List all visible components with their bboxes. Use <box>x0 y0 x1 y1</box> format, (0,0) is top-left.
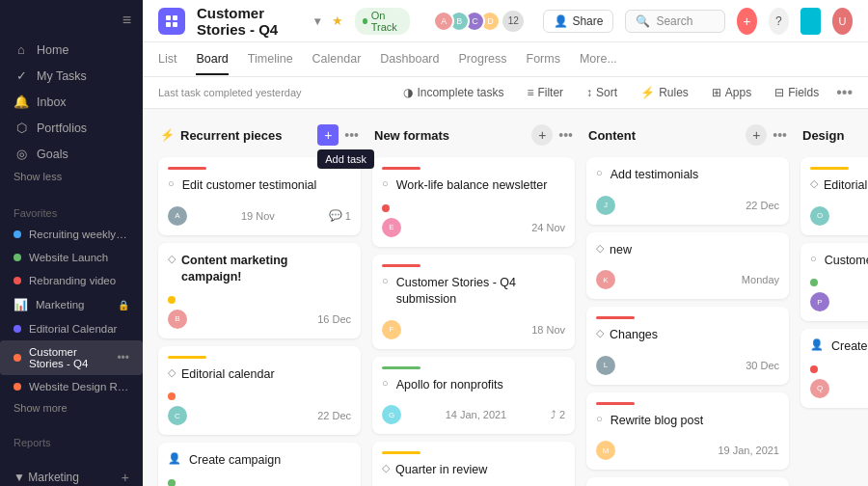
task-card[interactable]: ◇ Content marketing campaign! B 16 Dec <box>158 243 361 338</box>
diamond-icon: ◇ <box>168 253 176 265</box>
fields-button[interactable]: ⊟ Fields <box>769 83 825 102</box>
rules-button[interactable]: ⚡ Rules <box>635 83 694 102</box>
portfolio-icon: ⬡ <box>14 121 29 135</box>
reports-label: Reports <box>0 429 143 452</box>
card-avatar: L <box>596 356 615 375</box>
card-title: Create new infographic <box>831 338 868 356</box>
sidebar-item-customer-stories[interactable]: Customer Stories - Q4 ••• <box>0 340 143 375</box>
rules-label: Rules <box>659 86 689 99</box>
tag-dot <box>168 392 176 400</box>
project-title-text: Customer Stories - Q4 <box>197 5 309 38</box>
sidebar-item-website-design[interactable]: Website Design Reque... <box>0 375 143 398</box>
tab-forms[interactable]: Forms <box>527 44 560 75</box>
diamond-icon: ◇ <box>382 462 390 474</box>
user-avatar-button[interactable]: U <box>832 8 853 35</box>
dot-icon <box>14 354 21 362</box>
share-label: Share <box>572 14 603 28</box>
diamond-icon: ◇ <box>810 177 818 190</box>
column-more-button[interactable]: ••• <box>344 127 359 143</box>
task-card[interactable]: ◇ Changes L 30 Dec <box>586 307 789 385</box>
column-more-button[interactable]: ••• <box>773 127 787 143</box>
tab-timeline[interactable]: Timeline <box>248 44 293 75</box>
check-icon: ○ <box>596 167 603 178</box>
theme-picker[interactable] <box>800 8 821 35</box>
marketing-team-label[interactable]: ▼ Marketing <box>14 471 79 484</box>
sidebar-toggle-button[interactable]: ≡ <box>122 12 131 29</box>
tab-dashboard[interactable]: Dashboard <box>380 44 439 75</box>
sidebar-item-home[interactable]: ⌂ Home <box>0 37 143 63</box>
svg-rect-3 <box>173 22 177 27</box>
add-task-special-button[interactable]: + Add task <box>317 124 339 146</box>
more-icon[interactable]: ••• <box>117 351 129 364</box>
filter-button[interactable]: ≡ Filter <box>521 83 569 102</box>
task-card[interactable]: 👤 Create new infographic Q 17 Dec ⤴ 1 <box>800 329 868 408</box>
tab-more[interactable]: More... <box>580 44 617 75</box>
card-avatar: E <box>382 218 401 237</box>
sidebar-item-website-launch[interactable]: Website Launch <box>0 246 143 269</box>
diamond-icon: ◇ <box>596 327 604 339</box>
star-icon[interactable]: ★ <box>332 14 343 28</box>
tab-board[interactable]: Board <box>196 44 228 75</box>
sidebar-item-label: Inbox <box>37 95 67 109</box>
tag-dot <box>810 279 818 286</box>
search-box[interactable]: 🔍 Search <box>625 10 724 33</box>
priority-bar <box>168 167 206 170</box>
sidebar-item-label: Goals <box>37 148 68 161</box>
tab-progress[interactable]: Progress <box>458 44 506 75</box>
card-title: Edit customer testimonial <box>182 177 317 195</box>
sidebar-item-editorial[interactable]: Editorial Calendar <box>0 317 143 340</box>
tab-calendar[interactable]: Calendar <box>312 44 362 75</box>
card-avatar: F <box>382 320 401 339</box>
sidebar-item-goals[interactable]: ◎ Goals <box>0 141 143 167</box>
sidebar-item-portfolios[interactable]: ⬡ Portfolios <box>0 115 143 141</box>
task-card[interactable]: ◇ Editorial calendar O 29 Dec <box>800 157 868 235</box>
add-column-button[interactable]: + <box>746 124 767 146</box>
tab-list[interactable]: List <box>158 44 176 75</box>
task-card[interactable]: ◇ Editorial calendar C 22 Dec <box>158 346 361 436</box>
sidebar-item-label: Website Design Reque... <box>29 381 129 392</box>
task-card[interactable]: ○ Edit customer testimonial A 19 Nov 💬 1 <box>158 157 361 235</box>
task-card[interactable]: ○ Apollo for nonprofits G 14 Jan, 2021 ⤴… <box>372 357 575 435</box>
task-card[interactable]: ◇ new K Monday <box>586 232 789 300</box>
sidebar-item-marketing[interactable]: 📊 Marketing 🔒 <box>0 292 143 317</box>
task-card[interactable]: ○ Add testimonials J 22 Dec <box>586 157 789 225</box>
share-button[interactable]: 👤 Share <box>543 10 613 33</box>
show-more-link[interactable]: Show more <box>0 398 143 418</box>
header-bar: Customer Stories - Q4 ▾ ★ On Track A B C… <box>143 0 868 42</box>
apps-icon: ⊞ <box>712 86 721 99</box>
task-card[interactable]: ○ Customer Stories - Q4 submission F 18 … <box>372 255 575 349</box>
card-title: Content marketing campaign! <box>181 253 351 286</box>
task-card[interactable]: ○ Choose customer for February spotlight… <box>586 477 789 486</box>
sidebar-item-my-tasks[interactable]: ✓ My Tasks <box>0 63 143 89</box>
sort-button[interactable]: ↕ Sort <box>581 83 623 102</box>
card-subtasks: ⤴ 2 <box>551 409 565 420</box>
show-less-link[interactable]: Show less <box>0 167 143 186</box>
diamond-icon: ◇ <box>596 242 604 255</box>
column-more-button[interactable]: ••• <box>558 127 573 143</box>
add-column-button[interactable]: + <box>531 124 553 146</box>
task-card[interactable]: 👤 Create campaign D 23 Dec ⤴ 2 <box>158 443 361 486</box>
tag-dot <box>168 296 176 304</box>
apps-button[interactable]: ⊞ Apps <box>706 83 757 102</box>
incomplete-tasks-button[interactable]: ◑ Incomplete tasks <box>397 83 509 102</box>
add-task-button[interactable]: + Add task <box>800 416 868 445</box>
task-card[interactable]: ○ Customer spotlight #1 P 18 Jan, 2021 ⤴… <box>800 243 868 322</box>
card-title: Add testimonials <box>610 167 699 184</box>
card-title: Apollo for nonprofits <box>396 377 503 394</box>
sidebar-item-inbox[interactable]: 🔔 Inbox <box>0 89 143 115</box>
help-button[interactable]: ? <box>769 8 789 35</box>
add-button[interactable]: + <box>737 8 757 35</box>
sidebar-item-recruiting[interactable]: Recruiting weekly mee... <box>0 223 143 246</box>
sidebar-item-rebranding[interactable]: Rebranding video <box>0 269 143 292</box>
task-card[interactable]: ○ Rewrite blog post M 19 Jan, 2021 <box>586 392 789 471</box>
task-card[interactable]: ◇ Quarter in review H 25 Nov ⤴ 2 <box>372 442 575 486</box>
card-avatar: K <box>596 270 615 289</box>
task-card[interactable]: ○ Work-life balance newsletter E 24 Nov <box>372 157 575 247</box>
rules-icon: ⚡ <box>640 86 655 99</box>
status-badge: On Track <box>355 8 410 35</box>
add-team-button[interactable]: + <box>122 470 129 485</box>
chevron-down-icon[interactable]: ▾ <box>314 14 320 28</box>
share-icon: 👤 <box>554 14 568 28</box>
avatar-count: 12 <box>502 11 524 32</box>
more-options-button[interactable]: ••• <box>836 84 853 101</box>
